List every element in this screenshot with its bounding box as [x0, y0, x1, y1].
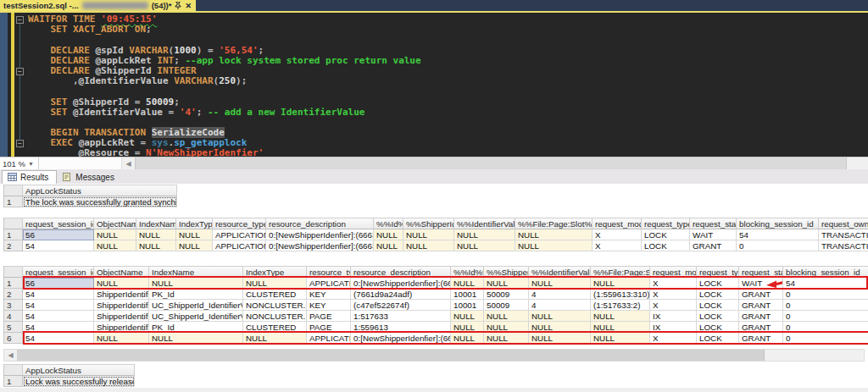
table-cell[interactable]: 56 [23, 229, 94, 240]
fold-collapse-icon[interactable]: − [16, 68, 24, 75]
column-header[interactable]: %%Id%% [374, 218, 403, 229]
table-cell[interactable]: LOCK [697, 333, 739, 344]
table-cell[interactable]: NULL [454, 240, 515, 251]
table-cell[interactable]: 0 [783, 289, 868, 300]
tab-results[interactable]: Results [2, 170, 57, 184]
column-header[interactable]: %%IdentifierValue%% [529, 266, 591, 278]
column-header[interactable]: request_owner_type [819, 218, 868, 229]
table-cell[interactable]: 0 [783, 322, 868, 333]
column-header[interactable]: IndexType [243, 266, 307, 278]
column-header[interactable]: ObjectName [94, 266, 149, 278]
table-cell[interactable]: NULL [243, 278, 307, 289]
sql-editor[interactable]: −WAITFOR TIME '09:45:15' SET XACT_ABORT … [0, 13, 868, 157]
table-cell[interactable]: NULL [136, 229, 176, 240]
select-all-corner[interactable] [3, 185, 23, 196]
table-cell[interactable]: 54 [23, 240, 94, 251]
table-cell[interactable]: NULL [94, 240, 136, 251]
table-cell[interactable]: 1:517633 [351, 311, 451, 322]
table-cell[interactable]: LOCK [697, 278, 739, 289]
table-cell[interactable]: NULL [529, 322, 591, 333]
column-header[interactable]: %%ShipperId%% [403, 218, 454, 229]
table-cell[interactable]: NULL [591, 322, 650, 333]
table-cell[interactable]: APPLICATION [213, 240, 266, 251]
table-cell[interactable]: GRANT [690, 240, 737, 251]
row-number[interactable]: 1 [3, 229, 23, 240]
table-cell[interactable]: PK_Id [149, 289, 243, 300]
table-cell[interactable]: 0 [783, 300, 868, 311]
table-cell[interactable]: NULL [515, 240, 593, 251]
column-header[interactable]: request_mode [650, 266, 697, 278]
column-header[interactable]: IndexName [136, 218, 176, 229]
row-number[interactable]: 1 [3, 376, 23, 387]
table-cell[interactable]: NULL [403, 229, 454, 240]
table-cell[interactable]: NULL [529, 278, 591, 289]
results-hscroll-track[interactable] [765, 350, 864, 361]
table-cell[interactable]: 10001 [451, 289, 484, 300]
table-cell[interactable]: NULL [454, 229, 515, 240]
table-cell[interactable]: 54 [23, 311, 94, 322]
table-cell[interactable]: UC_ShipperId_IdentifierValue [149, 311, 243, 322]
table-cell[interactable]: NULL [176, 240, 213, 251]
table-cell[interactable]: X [650, 300, 697, 311]
table-cell[interactable]: TRANSACTION [819, 229, 868, 240]
table-cell[interactable]: NULL [149, 333, 243, 344]
table-cell[interactable]: NULL [403, 240, 454, 251]
table-cell[interactable]: PK_Id [149, 322, 243, 333]
table-cell[interactable]: CLUSTERED [243, 289, 307, 300]
column-header[interactable]: %%IdentifierValue%% [454, 218, 515, 229]
table-cell[interactable]: GRANT [739, 311, 783, 322]
editor-hscroll-track[interactable] [847, 157, 868, 169]
table-cell[interactable]: 10001 [451, 300, 484, 311]
code-line[interactable]: SET XACT_ABORT ON; [0, 25, 856, 35]
table-cell[interactable]: ShipperIdentifier [94, 289, 149, 300]
table-cell[interactable]: LOCK [697, 300, 739, 311]
table-cell[interactable]: GRANT [739, 300, 783, 311]
column-header[interactable]: request_session_id [23, 218, 94, 229]
table-cell[interactable]: 1:559613 [351, 322, 451, 333]
table-cell[interactable]: 54 [23, 289, 94, 300]
column-header[interactable]: request_type [697, 266, 739, 278]
row-number[interactable]: 6 [3, 333, 23, 344]
table-cell[interactable]: NULL [94, 278, 149, 289]
table-cell[interactable]: WAIT [690, 229, 737, 240]
table-cell[interactable]: NULL [484, 333, 529, 344]
table-cell[interactable]: The lock was successfully granted synchr… [23, 196, 177, 207]
select-all-corner[interactable] [3, 266, 23, 278]
table-cell[interactable]: NULL [176, 229, 213, 240]
table-cell[interactable]: NULL [374, 240, 403, 251]
table-cell[interactable]: 0 [783, 333, 868, 344]
column-header[interactable]: blocking_session_id [783, 266, 868, 278]
table-cell[interactable]: NULL [484, 322, 529, 333]
table-cell[interactable]: UC_ShipperId_IdentifierValue [149, 300, 243, 311]
table-cell[interactable]: KEY [307, 289, 351, 300]
table-cell[interactable]: NONCLUSTER... [243, 300, 307, 311]
column-header[interactable]: AppLockStatus [23, 185, 177, 196]
code-line[interactable]: SET @IdentifierValue = '4'; -- add a new… [0, 108, 856, 118]
column-header[interactable]: AppLockStatus [23, 364, 135, 376]
column-header[interactable]: %%ShipperId%% [484, 266, 529, 278]
scroll-left-button[interactable]: ◀ [122, 157, 135, 169]
column-header[interactable]: %%Id%% [451, 266, 484, 278]
table-cell[interactable]: KEY [307, 300, 351, 311]
table-cell[interactable]: 50009 [484, 300, 529, 311]
table-cell[interactable]: PAGE [307, 322, 351, 333]
table-cell[interactable]: X [593, 240, 642, 251]
table-cell[interactable]: NULL [529, 311, 591, 322]
table-cell[interactable]: LOCK [697, 311, 739, 322]
table-cell[interactable]: NULL [374, 229, 403, 240]
fold-collapse-icon[interactable]: − [16, 140, 24, 147]
column-header[interactable]: request_type [642, 218, 690, 229]
table-cell[interactable]: NULL [451, 278, 484, 289]
fold-collapse-icon[interactable]: − [16, 16, 24, 24]
table-cell[interactable]: LOCK [642, 229, 690, 240]
table-cell[interactable]: NULL [591, 311, 650, 322]
table-cell[interactable]: NULL [529, 333, 591, 344]
table-cell[interactable]: NULL [591, 278, 650, 289]
table-cell[interactable]: (1:517633:2) [591, 300, 650, 311]
table-cell[interactable]: X [650, 289, 697, 300]
column-header[interactable]: resource_type [213, 218, 266, 229]
column-header[interactable]: resource_description [266, 218, 374, 229]
table-cell[interactable]: 0 [737, 240, 819, 251]
table-cell[interactable]: IX [650, 311, 697, 322]
table-cell[interactable]: TRANSACTION [819, 240, 868, 251]
